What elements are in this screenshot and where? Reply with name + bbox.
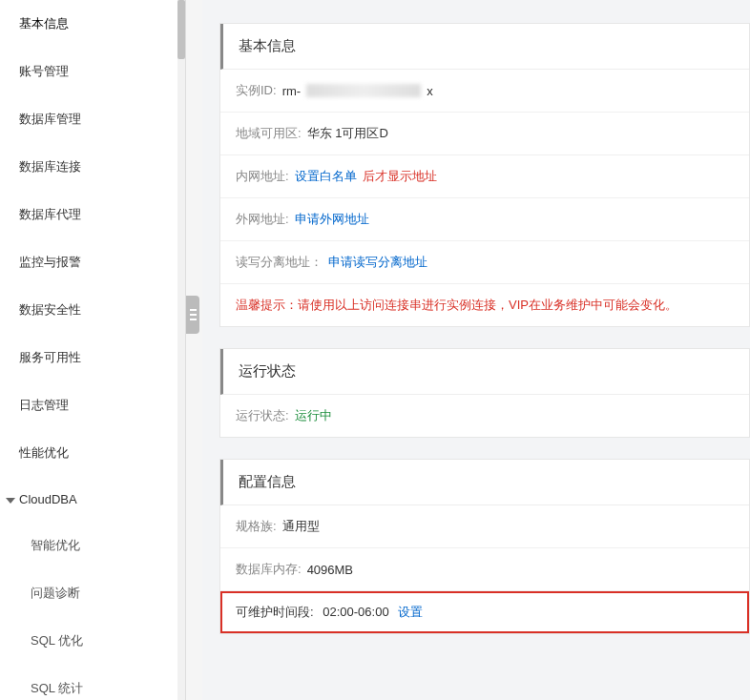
spec-label: 规格族: [236,518,277,535]
sidebar-item-account[interactable]: 账号管理 [0,48,185,95]
scrollbar-thumb[interactable] [177,0,185,59]
sidebar-item-performance[interactable]: 性能优化 [0,429,185,477]
status-value: 运行中 [295,407,332,424]
sidebar-item-monitor[interactable]: 监控与报警 [0,238,185,286]
row-status: 运行状态: 运行中 [220,395,749,437]
rw-label: 读写分离地址： [236,254,323,271]
panel-basic-title: 基本信息 [220,24,749,70]
sidebar-collapse-handle[interactable] [186,296,199,334]
row-instance-id: 实例ID: rm- x [220,70,749,113]
instance-id-prefix: rm- [282,84,302,98]
row-region: 地域可用区: 华东 1可用区D [220,113,749,155]
sidebar-item-database[interactable]: 数据库管理 [0,95,185,143]
sidebar-item-clouddba[interactable]: CloudDBA [0,477,185,522]
panel-basic-info: 基本信息 实例ID: rm- x 地域可用区: 华东 1可用区D 内网地址: 设… [219,23,750,327]
main-content: 基本信息 实例ID: rm- x 地域可用区: 华东 1可用区D 内网地址: 设… [202,0,750,700]
panel-status-title: 运行状态 [220,349,749,395]
panel-config-title: 配置信息 [220,460,749,505]
internet-label: 外网地址: [236,211,289,228]
row-spec: 规格族: 通用型 [220,505,749,548]
row-internet: 外网地址: 申请外网地址 [220,198,749,241]
sidebar-item-sql-stats[interactable]: SQL 统计 [0,665,185,700]
sidebar-item-availability[interactable]: 服务可用性 [0,334,185,381]
region-label: 地域可用区: [236,125,302,142]
panel-status: 运行状态 运行状态: 运行中 [219,348,750,438]
instance-id-redacted [306,84,421,97]
panel-config: 配置信息 规格族: 通用型 数据库内存: 4096MB 可维护时间段: 02:0… [219,459,750,634]
maintenance-set-link[interactable]: 设置 [398,605,423,619]
sidebar-item-sql-opt[interactable]: SQL 优化 [0,617,185,665]
sidebar: 基本信息 账号管理 数据库管理 数据库连接 数据库代理 监控与报警 数据安全性 … [0,0,186,700]
spec-value: 通用型 [282,518,320,535]
row-intranet: 内网地址: 设置白名单 后才显示地址 [220,155,749,198]
sidebar-item-logs[interactable]: 日志管理 [0,381,185,429]
intranet-whitelist-link[interactable]: 设置白名单 [295,168,357,185]
intranet-label: 内网地址: [236,168,289,185]
instance-id-suffix: x [427,84,433,98]
sidebar-item-smart-opt[interactable]: 智能优化 [0,522,185,569]
status-label: 运行状态: [236,407,289,424]
maintenance-label: 可维护时间段: [236,605,314,619]
sidebar-item-connection[interactable]: 数据库连接 [0,143,185,191]
maintenance-value: 02:00-06:00 [323,605,388,619]
internet-apply-link[interactable]: 申请外网地址 [295,211,369,228]
scrollbar-track [177,0,185,700]
sidebar-item-proxy[interactable]: 数据库代理 [0,191,185,238]
memory-value: 4096MB [307,563,353,577]
row-memory: 数据库内存: 4096MB [220,548,749,591]
rw-apply-link[interactable]: 申请读写分离地址 [328,254,427,271]
memory-label: 数据库内存: [236,561,302,578]
intranet-after-text: 后才显示地址 [363,168,437,185]
sidebar-item-diagnosis[interactable]: 问题诊断 [0,569,185,617]
sidebar-item-basic-info[interactable]: 基本信息 [0,0,185,48]
connection-tip: 温馨提示：请使用以上访问连接串进行实例连接，VIP在业务维护中可能会变化。 [220,284,749,326]
row-maintenance-highlighted: 可维护时间段: 02:00-06:00 设置 [220,591,749,633]
instance-id-label: 实例ID: [236,82,277,99]
row-rw-split: 读写分离地址： 申请读写分离地址 [220,241,749,284]
sidebar-item-security[interactable]: 数据安全性 [0,286,185,334]
region-value: 华东 1可用区D [307,125,388,142]
